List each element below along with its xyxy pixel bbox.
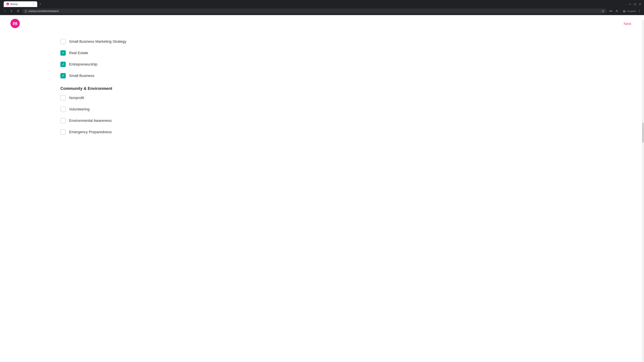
browser-toolbar: meetup.com/welcome/topics/	[0, 7, 644, 15]
extensions-button[interactable]	[608, 8, 614, 14]
topic-item[interactable]: Entrepreneurship	[60, 59, 151, 70]
minimize-button[interactable]	[628, 2, 632, 6]
svg-rect-5	[25, 11, 27, 12]
svg-text:m: m	[7, 3, 8, 5]
window-controls	[628, 2, 642, 6]
menu-button[interactable]	[636, 8, 642, 14]
tab-title: Meetup	[10, 3, 30, 5]
close-window-button[interactable]	[638, 2, 642, 6]
topic-label: Real Estate	[69, 51, 88, 55]
topic-item[interactable]: Emergency Preparedness	[60, 126, 151, 138]
svg-point-13	[639, 11, 640, 11]
topic-checkbox-volunteering[interactable]	[60, 107, 66, 112]
address-icons	[602, 9, 604, 12]
topic-item[interactable]: Volunteering	[60, 104, 151, 115]
topic-checkbox-nonprofit[interactable]	[60, 95, 66, 100]
topic-label: Volunteering	[69, 107, 90, 111]
svg-point-12	[639, 10, 640, 10]
new-tab-button[interactable]: +	[38, 2, 42, 6]
svg-text:m: m	[13, 20, 18, 26]
svg-point-14	[639, 12, 640, 12]
address-bar[interactable]: meetup.com/welcome/topics/	[22, 8, 607, 13]
profile-button[interactable]	[614, 8, 620, 14]
topic-checkbox-real-estate[interactable]	[60, 50, 66, 56]
svg-rect-7	[611, 10, 612, 11]
tab-favicon: m	[6, 3, 9, 5]
topic-item[interactable]: Nonprofit	[60, 92, 151, 104]
topic-checkbox-small-business-marketing[interactable]	[60, 39, 66, 44]
star-icon[interactable]	[602, 9, 604, 12]
topic-checkbox-entrepreneurship[interactable]	[60, 62, 66, 67]
url-display: meetup.com/welcome/topics/	[28, 10, 600, 12]
toolbar-right: Incognito	[608, 8, 642, 14]
separator	[621, 9, 621, 13]
topic-label: Small Business Marketing Strategy	[69, 39, 126, 44]
svg-point-10	[623, 11, 624, 12]
topic-item[interactable]: Real Estate	[60, 47, 151, 59]
topic-checkbox-small-business[interactable]	[60, 73, 66, 78]
next-button[interactable]: Next	[621, 20, 634, 27]
scrollbar-thumb[interactable]	[642, 123, 644, 143]
meetup-logo-svg: m	[10, 18, 20, 28]
lock-icon	[24, 10, 27, 12]
page-header: m Next	[0, 15, 644, 32]
titlebar: m Meetup × +	[0, 0, 644, 7]
tab-close-button[interactable]: ×	[32, 3, 34, 5]
topic-label: Environmental Awareness	[69, 118, 112, 123]
incognito-icon	[622, 9, 626, 13]
incognito-label: Incognito	[627, 10, 636, 12]
svg-point-11	[624, 11, 625, 12]
topics-list: Small Business Marketing Strategy Real E…	[0, 32, 151, 141]
svg-rect-6	[610, 10, 610, 11]
topic-label: Small Business	[69, 73, 94, 78]
scrollbar-track	[642, 20, 644, 357]
browser-chrome: m Meetup × +	[0, 0, 644, 15]
page-content: m Next Small Business Marketing Strategy…	[0, 15, 644, 357]
topic-label: Entrepreneurship	[69, 62, 98, 66]
reload-button[interactable]	[16, 8, 21, 14]
three-dots-icon	[638, 9, 641, 13]
topic-item[interactable]: Environmental Awareness	[60, 115, 151, 126]
topic-checkbox-environmental-awareness[interactable]	[60, 118, 66, 123]
section-header-community: Community & Environment	[60, 81, 151, 92]
svg-point-8	[616, 10, 617, 11]
meetup-logo[interactable]: m	[10, 18, 20, 29]
active-tab[interactable]: m Meetup ×	[4, 1, 37, 7]
forward-button[interactable]	[9, 8, 14, 14]
topic-item[interactable]: Small Business	[60, 70, 151, 81]
topic-item[interactable]: Small Business Marketing Strategy	[60, 36, 151, 47]
topic-label: Nonprofit	[69, 96, 84, 100]
incognito-badge: Incognito	[622, 9, 636, 13]
tab-bar: m Meetup × +	[2, 1, 42, 7]
svg-rect-2	[634, 3, 636, 5]
topic-label: Emergency Preparedness	[69, 130, 112, 134]
svg-rect-1	[629, 4, 631, 4]
back-button[interactable]	[2, 8, 8, 14]
topic-checkbox-emergency-preparedness[interactable]	[60, 129, 66, 135]
maximize-button[interactable]	[633, 2, 637, 6]
